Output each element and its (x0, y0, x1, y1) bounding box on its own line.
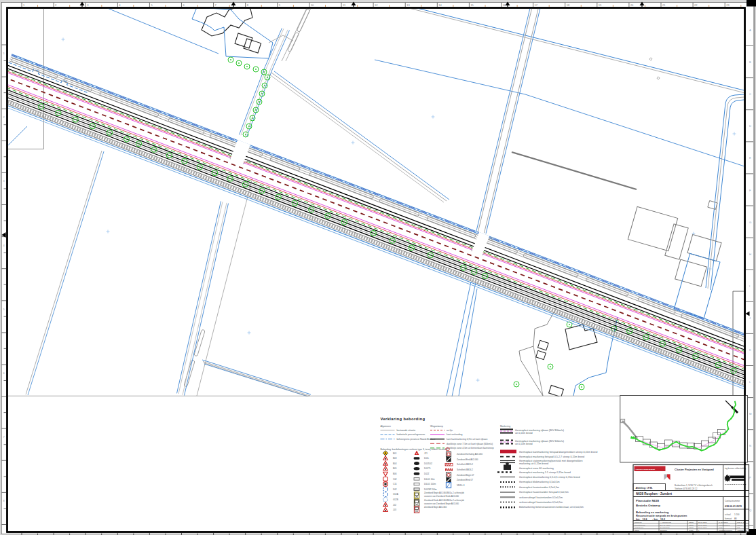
svg-text:Bebording: bordafmetingen conf: Bebording: bordafmetingen conform type 3… (381, 448, 447, 451)
svg-text:voorzien van Zonebord Einde A0: voorzien van Zonebord Einde A01.060 (424, 495, 459, 498)
svg-text:B. Smulders: B. Smulders (660, 527, 670, 529)
svg-text:Reconstructie wegvak en kruisp: Reconstructie wegvak en kruispunten (636, 514, 687, 517)
svg-text:dashlistje zone 7,5m uit kant: dashlistje zone 7,5m uit kant rijbaan (6… (447, 443, 493, 445)
svg-text:Wegontwerp: Wegontwerp (430, 425, 443, 428)
svg-text:B01: B01 (393, 452, 397, 455)
svg-text:thermoplast markering rijbaan: thermoplast markering rijbaan (80V 80km/… (515, 429, 564, 432)
svg-text:P: P (749, 476, 751, 479)
svg-text:C02: C02 (393, 478, 397, 481)
svg-text:B: B (749, 60, 751, 64)
svg-text:beheergrens provincie Noord-Br: beheergrens provincie Noord-Brabant (397, 438, 436, 441)
svg-text:Schrikhek BB16-2: Schrikhek BB16-2 (457, 468, 473, 471)
svg-text:22: 22 (694, 3, 698, 7)
svg-text:B03: B03 (393, 457, 397, 460)
svg-text:Provincie Noord-Brabant: Provincie Noord-Brabant (636, 468, 655, 471)
svg-text:N638 Rucphen - Zundert: N638 Rucphen - Zundert (636, 492, 673, 496)
svg-text:B06: B06 (393, 473, 397, 475)
svg-text:Zonebord Begin A01.060: Zonebord Begin A01.060 (424, 506, 447, 509)
svg-text:D0L01 10m: D0L01 10m (424, 478, 435, 481)
svg-text:schaal: schaal (725, 513, 731, 516)
svg-text:Verklaring bebording: Verklaring bebording (381, 417, 426, 421)
svg-text:thermoplast haaientanden fiets: thermoplast haaientanden fietspad 0,5x0,… (519, 491, 569, 494)
svg-text:D01/D02: D01/D02 (424, 462, 432, 465)
svg-text:datum: datum (689, 521, 694, 523)
svg-text:Telefoon (073) 681 28 12: Telefoon (073) 681 28 12 (675, 487, 698, 490)
svg-text:E. v. d. Vijver: E. v. d. Vijver (660, 524, 670, 526)
svg-text:19: 19 (599, 3, 602, 7)
svg-text:Contractnummer: Contractnummer (725, 500, 740, 502)
svg-text:verkeersdregel haaientanden 0,: verkeersdregel haaientanden 0,5x0,5m (519, 496, 563, 499)
svg-text:D: D (749, 124, 751, 128)
svg-text:D01L: D01L (424, 457, 430, 460)
svg-text:thermoplast markering 1:1 stre: thermoplast markering 1:1 streep 0,15m b… (519, 471, 571, 474)
svg-text:21: 21 (662, 3, 666, 7)
svg-text:G: G (749, 221, 751, 224)
svg-text:thermoplast duurmarkering 0,5-: thermoplast duurmarkering 0,5-0,5 streep… (519, 476, 580, 479)
svg-text:projectnummer: projectnummer (719, 524, 730, 526)
svg-text:20: 20 (630, 3, 634, 7)
svg-text:D02Z: D02Z (424, 473, 430, 475)
svg-text:D0L01 100m: D0L01 100m (424, 483, 436, 485)
svg-text:as-lijn: as-lijn (447, 429, 453, 432)
svg-text:uit 0,15m breed: uit 0,15m breed (515, 443, 533, 445)
svg-text:Zonebord Begin 07: Zonebord Begin 07 (457, 474, 474, 477)
svg-text:Brabantlaan 1, 5216 TV 's-Hert: Brabantlaan 1, 5216 TV 's-Hertogenbosch (675, 484, 713, 487)
svg-text:C: C (749, 92, 751, 96)
svg-text:Schrikhek BB15-2: Schrikhek BB15-2 (457, 463, 473, 466)
svg-text:thermoplast markering fietspad: thermoplast markering fietspad 0,5-2,7 s… (519, 456, 584, 458)
svg-text:27-09-2019: 27-09-2019 (698, 524, 707, 526)
svg-text:J21: J21 (424, 452, 428, 455)
svg-text:datum: datum (689, 527, 694, 529)
svg-text:code: code (719, 527, 723, 529)
svg-text:D01/SP 200m: D01/SP 200m (424, 488, 437, 491)
svg-text:15: 15 (470, 3, 474, 7)
svg-text:Planstudie N638: Planstudie N638 (636, 499, 659, 502)
svg-text:F: F (749, 189, 751, 192)
svg-text:Algemeen: Algemeen (381, 425, 391, 428)
svg-text:kadastrale perceelsgrenzen: kadastrale perceelsgrenzen (397, 433, 426, 436)
svg-text:bestaande situatie: bestaande situatie (397, 429, 416, 432)
svg-text:C15: C15 (393, 483, 397, 485)
svg-text:638.00.01.2015: 638.00.01.2015 (725, 505, 742, 508)
svg-text:gecontroleerd: gecontroleerd (635, 524, 645, 526)
svg-text:G12B: G12B (393, 498, 398, 501)
svg-text:thermoplast haaientanden 0,5x0: thermoplast haaientanden 0,5x0,5m (519, 486, 559, 489)
svg-text:Zonebord Eind A02.060: Zonebord Eind A02.060 (457, 458, 478, 461)
svg-text:thermoplast zone 60 markering: thermoplast zone 60 markering (519, 467, 554, 470)
svg-text:J03: J03 (393, 509, 396, 511)
svg-text:J02: J02 (393, 504, 396, 506)
svg-text:I: I (749, 284, 750, 288)
svg-text:13: 13 (407, 3, 410, 7)
svg-text:1:200: 1:200 (734, 513, 740, 516)
svg-text:J: J (749, 316, 751, 320)
svg-text:formaat: formaat (725, 517, 732, 520)
svg-text:uit 0,15m breed: uit 0,15m breed (515, 432, 533, 435)
svg-text:N: N (749, 444, 751, 447)
svg-text:K: K (749, 348, 751, 352)
svg-text:dashlistje zone 4,5m uit binne: dashlistje zone 4,5m uit binnenkant kant… (447, 447, 494, 449)
svg-text:thermoplast markering rijbaan: thermoplast markering rijbaan (80V 60km/… (515, 440, 564, 443)
svg-text:10: 10 (311, 3, 314, 7)
svg-text:D02: D02 (393, 488, 397, 491)
svg-text:638-08: 638-08 (737, 524, 742, 526)
svg-text:Markering: Markering (500, 425, 510, 428)
svg-text:A0: A0 (734, 517, 737, 520)
svg-text:D01/TL: D01/TL (424, 467, 431, 470)
svg-text:H: H (749, 253, 751, 256)
svg-text:12: 12 (375, 3, 378, 7)
svg-text:27-09-2019: 27-09-2019 (698, 527, 707, 529)
svg-text:vrijgegeven: vrijgegeven (635, 527, 643, 529)
svg-text:thermoplast kantmarkering fiet: thermoplast kantmarkering fietspad doorg… (519, 451, 597, 454)
svg-text:Zonebord Eind 07: Zonebord Eind 07 (457, 479, 473, 481)
svg-text:kant kantmarkering 0,9m uit ka: kant kantmarkering 0,9m uit kant rijbaan (447, 438, 487, 441)
svg-text:Bebording en markering: Bebording en markering (636, 511, 669, 514)
svg-text:Zonebord herhaling A01.060: Zonebord herhaling A01.060 (457, 453, 483, 456)
svg-text:markering uit 0,15m breed: markering uit 0,15m breed (519, 462, 548, 465)
svg-text:A. Groeneveld: A. Groeneveld (660, 521, 672, 523)
svg-text:14: 14 (438, 3, 442, 7)
svg-text:ing.bureau uitbesteding: ing.bureau uitbesteding (725, 467, 746, 470)
svg-text:B04: B04 (393, 462, 397, 465)
svg-text:27-09-2019: 27-09-2019 (698, 521, 707, 523)
svg-text:862: 862 (737, 527, 740, 529)
svg-text:voorzien van Zonebord Begin A0: voorzien van Zonebord Begin A01.060 (424, 502, 459, 505)
